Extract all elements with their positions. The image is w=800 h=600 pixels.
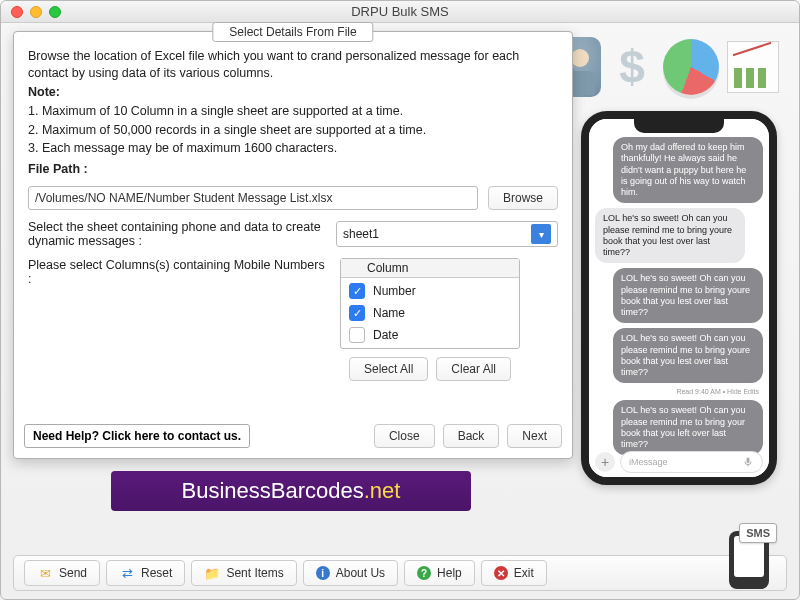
columns-label: Please select Columns(s) containing Mobi…: [28, 258, 328, 381]
column-name: Name: [373, 306, 405, 320]
intro-text: Browse the location of Excel file which …: [28, 48, 558, 82]
filepath-row: Browse: [28, 186, 558, 210]
footer-buttons: Close Back Next: [374, 424, 562, 448]
bottom-toolbar: ✉Send ⇄Reset 📁Sent Items iAbout Us ?Help…: [13, 555, 787, 591]
column-name: Number: [373, 284, 416, 298]
chat-bubble: LOL he's so sweet! Oh can you please rem…: [595, 208, 745, 263]
titlebar: DRPU Bulk SMS: [1, 1, 799, 23]
sent-items-button[interactable]: 📁Sent Items: [191, 560, 296, 586]
banner-text-2: .net: [364, 478, 401, 504]
dollar-icon: $: [609, 37, 655, 97]
next-button[interactable]: Next: [507, 424, 562, 448]
exit-button[interactable]: ✕Exit: [481, 560, 547, 586]
chat-bubble: LOL he's so sweet! Oh can you please rem…: [613, 268, 763, 323]
column-item[interactable]: ✓Name: [347, 302, 513, 324]
dialog-body: Browse the location of Excel file which …: [14, 32, 572, 393]
help-button[interactable]: ?Help: [404, 560, 475, 586]
info-icon: i: [316, 566, 330, 580]
banner-text-1: BusinessBarcodes: [182, 478, 364, 504]
browse-button[interactable]: Browse: [488, 186, 558, 210]
envelope-icon: ✉: [37, 565, 53, 581]
sheet-label: Select the sheet containing phone and da…: [28, 220, 328, 248]
brand-banner: BusinessBarcodes.net: [111, 471, 471, 511]
chat-bubble: LOL he's so sweet! Oh can you please rem…: [613, 400, 763, 455]
column-checkbox[interactable]: ✓: [349, 283, 365, 299]
note-label: Note:: [28, 84, 558, 101]
phone-preview: Oh my dad offered to keep him thankfully…: [581, 111, 777, 485]
column-item[interactable]: Date: [347, 324, 513, 346]
column-checkbox[interactable]: [349, 327, 365, 343]
read-receipt: Read 9:40 AM • Hide Edits: [676, 388, 763, 395]
chat-bubble: LOL he's so sweet! Oh can you please rem…: [613, 328, 763, 383]
sms-label: SMS: [739, 523, 777, 543]
clear-all-button[interactable]: Clear All: [436, 357, 511, 381]
columns-list: ✓Number✓NameDate: [341, 278, 519, 348]
columns-table: Column ✓Number✓NameDate: [340, 258, 520, 349]
plus-icon[interactable]: +: [595, 452, 615, 472]
chevron-down-icon: ▾: [531, 224, 551, 244]
filepath-input[interactable]: [28, 186, 478, 210]
mic-icon: [742, 456, 754, 468]
window-title: DRPU Bulk SMS: [1, 4, 799, 19]
app-window: DRPU Bulk SMS $ Select Details From File…: [0, 0, 800, 600]
note-2: 2. Maximum of 50,000 records in a single…: [28, 122, 558, 139]
column-checkbox[interactable]: ✓: [349, 305, 365, 321]
send-button[interactable]: ✉Send: [24, 560, 100, 586]
select-details-dialog: Select Details From File Browse the loca…: [13, 31, 573, 459]
phone-notch: [634, 119, 724, 133]
message-input[interactable]: iMessage: [620, 451, 763, 473]
note-1: 1. Maximum of 10 Column in a single shee…: [28, 103, 558, 120]
sheet-select[interactable]: sheet1 ▾: [336, 221, 558, 247]
message-composer: + iMessage: [595, 451, 763, 473]
columns-panel: Column ✓Number✓NameDate Select All Clear…: [340, 258, 520, 381]
message-placeholder: iMessage: [629, 457, 668, 467]
exit-icon: ✕: [494, 566, 508, 580]
content-area: $ Select Details From File Browse the lo…: [1, 23, 799, 599]
column-name: Date: [373, 328, 398, 342]
dialog-footer: Need Help? Click here to contact us. Clo…: [24, 424, 562, 448]
sms-phone-graphic: SMS: [721, 523, 777, 589]
column-header: Column: [341, 259, 519, 278]
sheet-row: Select the sheet containing phone and da…: [28, 220, 558, 248]
pie-chart-icon: [663, 39, 719, 95]
chat-bubble: Oh my dad offered to keep him thankfully…: [613, 137, 763, 203]
sheet-selected-value: sheet1: [343, 227, 379, 241]
bar-chart-icon: [727, 41, 779, 93]
help-link[interactable]: Need Help? Click here to contact us.: [24, 424, 250, 448]
columns-row: Please select Columns(s) containing Mobi…: [28, 258, 558, 381]
note-3: 3. Each message may be of maximum 1600 c…: [28, 140, 558, 157]
column-item[interactable]: ✓Number: [347, 280, 513, 302]
about-button[interactable]: iAbout Us: [303, 560, 398, 586]
filepath-label: File Path :: [28, 161, 558, 178]
back-button[interactable]: Back: [443, 424, 500, 448]
dialog-title: Select Details From File: [212, 22, 373, 42]
help-icon: ?: [417, 566, 431, 580]
close-button[interactable]: Close: [374, 424, 435, 448]
reset-button[interactable]: ⇄Reset: [106, 560, 185, 586]
select-all-button[interactable]: Select All: [349, 357, 428, 381]
reset-icon: ⇄: [119, 565, 135, 581]
column-buttons: Select All Clear All: [340, 357, 520, 381]
folder-icon: 📁: [204, 565, 220, 581]
chat-thread: Oh my dad offered to keep him thankfully…: [589, 119, 769, 477]
